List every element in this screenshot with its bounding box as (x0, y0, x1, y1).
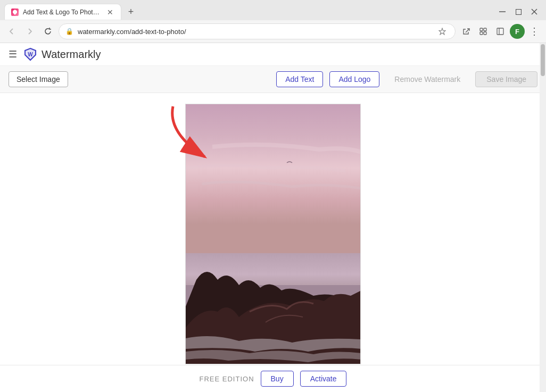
url-text: watermarkly.com/add-text-to-photo/ (78, 28, 432, 36)
free-edition-label: FREE EDITION (200, 375, 254, 383)
tab-bar: Add Text & Logo To Photo On ✕ + (0, 0, 546, 20)
svg-marker-4 (439, 28, 445, 35)
activate-button[interactable]: Activate (300, 371, 347, 387)
scrollbar[interactable] (540, 43, 546, 392)
app-header: ☰ W Watermarkly (0, 43, 546, 66)
puzzle-icon[interactable] (476, 24, 491, 39)
share-icon[interactable] (459, 24, 474, 39)
canvas-area (0, 93, 546, 365)
tab-title: Add Text & Logo To Photo On (23, 9, 102, 16)
toolbar: Select Image Add Text Add Logo Remove Wa… (0, 66, 546, 93)
reload-button[interactable] (40, 24, 55, 39)
minimize-button[interactable] (495, 4, 510, 19)
hamburger-icon[interactable]: ☰ (9, 48, 17, 60)
buy-button[interactable]: Buy (261, 371, 294, 387)
svg-rect-1 (516, 9, 521, 14)
forward-button[interactable] (22, 24, 37, 39)
scrollbar-thumb[interactable] (541, 44, 545, 76)
new-tab-button[interactable]: + (123, 4, 138, 19)
svg-rect-7 (480, 32, 483, 35)
extensions-area: F ⋮ (459, 24, 542, 39)
page-content: ☰ W Watermarkly Select Image Add Text Ad… (0, 43, 546, 392)
maximize-button[interactable] (511, 4, 526, 19)
url-actions (436, 25, 449, 38)
profile-button[interactable]: F (510, 24, 525, 39)
browser-menu-button[interactable]: ⋮ (527, 24, 542, 39)
app-shield-icon: W (23, 47, 37, 61)
svg-rect-6 (484, 28, 486, 31)
app-logo: W Watermarkly (23, 47, 101, 61)
photo-image (186, 104, 361, 364)
svg-rect-9 (497, 28, 503, 35)
address-bar: 🔒 watermarkly.com/add-text-to-photo/ F ⋮ (0, 20, 546, 43)
add-text-button[interactable]: Add Text (276, 71, 323, 87)
url-bar[interactable]: 🔒 watermarkly.com/add-text-to-photo/ (59, 23, 456, 39)
svg-rect-5 (480, 28, 483, 31)
select-image-button[interactable]: Select Image (9, 71, 68, 87)
lock-icon: 🔒 (65, 28, 73, 35)
app-name: Watermarkly (42, 48, 101, 61)
tab-favicon (11, 9, 19, 16)
active-tab[interactable]: Add Text & Logo To Photo On ✕ (4, 4, 121, 20)
footer: FREE EDITION Buy Activate (0, 365, 546, 392)
photo-container (185, 104, 361, 364)
remove-watermark-button[interactable]: Remove Watermark (386, 72, 469, 87)
svg-rect-8 (484, 32, 486, 35)
sidebar-icon[interactable] (493, 24, 508, 39)
bookmark-icon[interactable] (436, 25, 449, 38)
svg-text:W: W (28, 52, 33, 57)
close-button[interactable] (527, 4, 542, 19)
save-image-button[interactable]: Save Image (475, 71, 537, 87)
add-logo-button[interactable]: Add Logo (329, 71, 379, 87)
tab-close-button[interactable]: ✕ (106, 7, 114, 18)
window-controls (495, 4, 542, 19)
back-button[interactable] (4, 24, 19, 39)
